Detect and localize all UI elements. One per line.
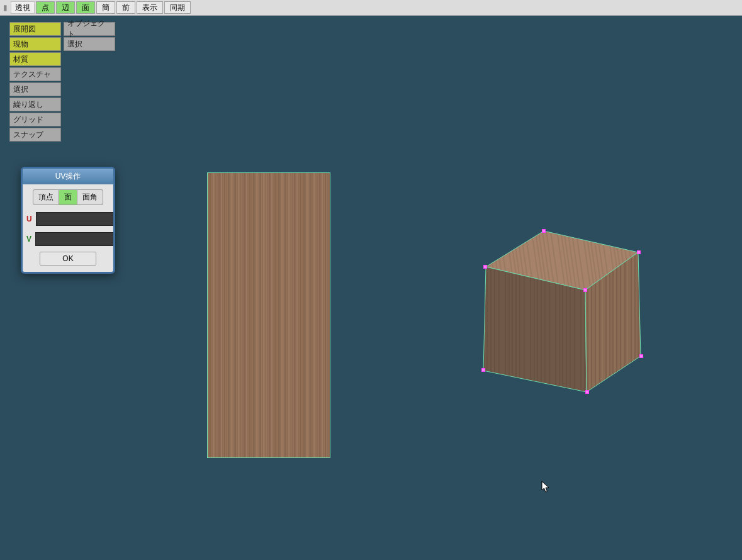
- mode-corner-button[interactable]: 面角: [77, 189, 103, 205]
- svg-rect-3: [208, 173, 330, 457]
- v-label: V: [26, 235, 31, 244]
- uv-operation-dialog[interactable]: UV操作 頂点 面 面角 U ▲ ▼ V ▲ ▼: [21, 167, 115, 274]
- snap-button[interactable]: スナップ: [9, 128, 61, 142]
- cube-vertex[interactable]: [483, 265, 487, 269]
- texture-button[interactable]: テクスチャ: [9, 67, 61, 81]
- top-toolbar: ▮ 透視 点 辺 面 簡 前 表示 同期: [0, 0, 742, 16]
- display-button[interactable]: 表示: [137, 1, 163, 14]
- mode-face-button[interactable]: 面: [59, 189, 77, 205]
- app-corner-icon: ▮: [1, 0, 9, 15]
- material-button[interactable]: 材質: [9, 52, 61, 66]
- uv-texture-panel[interactable]: [208, 173, 330, 457]
- side-panel-buttons: 展開図 オブジェクト 現物 選択 材質 テクスチャ 選択 繰り返し グリッド ス…: [9, 22, 115, 143]
- uv-mode-group: 頂点 面 面角: [26, 189, 110, 205]
- sync-button[interactable]: 同期: [164, 1, 191, 14]
- select-button-top[interactable]: 選択: [64, 37, 115, 51]
- front-button[interactable]: 前: [116, 1, 135, 14]
- cube-vertex[interactable]: [481, 368, 485, 372]
- mouse-cursor-icon: [541, 481, 550, 493]
- cube-vertex[interactable]: [583, 288, 587, 292]
- viewport-3d[interactable]: 展開図 オブジェクト 現物 選択 材質 テクスチャ 選択 繰り返し グリッド ス…: [0, 16, 742, 560]
- object-button[interactable]: オブジェクト: [64, 22, 115, 36]
- textured-cube[interactable]: [478, 227, 643, 396]
- select-button-mid[interactable]: 選択: [9, 82, 61, 96]
- face-mode-button[interactable]: 面: [76, 1, 95, 14]
- cube-vertex[interactable]: [542, 229, 546, 233]
- perspective-tab[interactable]: 透視: [11, 1, 35, 14]
- repeat-button[interactable]: 繰り返し: [9, 98, 61, 111]
- grid-button[interactable]: グリッド: [9, 113, 61, 126]
- v-input[interactable]: [35, 232, 115, 246]
- ok-button[interactable]: OK: [40, 252, 96, 266]
- cube-vertex[interactable]: [639, 354, 643, 358]
- dialog-title: UV操作: [23, 169, 113, 184]
- cube-vertex[interactable]: [585, 390, 589, 394]
- simple-button[interactable]: 簡: [96, 1, 115, 14]
- edge-mode-button[interactable]: 辺: [56, 1, 75, 14]
- unfold-button[interactable]: 展開図: [9, 22, 61, 36]
- actual-button[interactable]: 現物: [9, 37, 61, 51]
- u-label: U: [26, 215, 32, 223]
- point-mode-button[interactable]: 点: [36, 1, 55, 14]
- u-input[interactable]: [36, 212, 115, 226]
- mode-vertex-button[interactable]: 頂点: [33, 189, 59, 205]
- cube-vertex[interactable]: [637, 250, 641, 254]
